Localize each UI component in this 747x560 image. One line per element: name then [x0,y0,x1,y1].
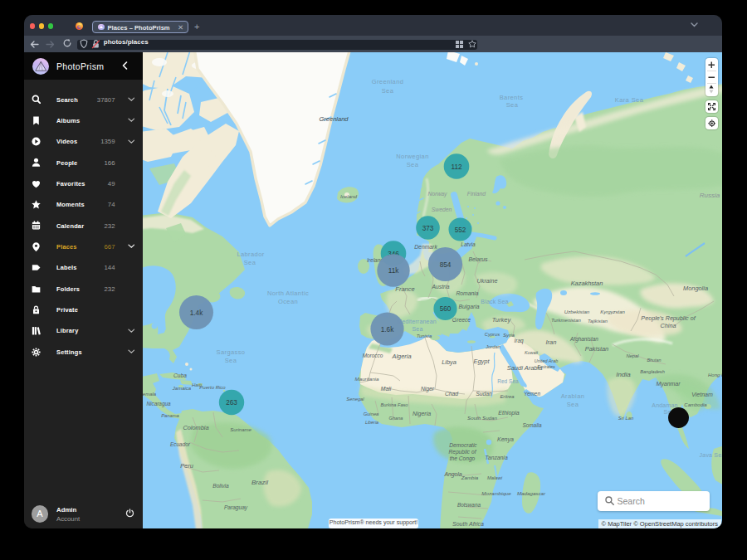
svg-text:Nigeria: Nigeria [413,411,431,417]
svg-text:Cambodia: Cambodia [684,402,707,407]
svg-text:Iraq: Iraq [514,338,523,344]
svg-text:Liberia: Liberia [365,420,378,425]
svg-text:Iceland: Iceland [340,193,358,199]
svg-text:Morocco: Morocco [363,353,383,358]
svg-text:Nicaragua: Nicaragua [146,401,171,407]
svg-text:Egypt: Egypt [474,358,491,365]
svg-text:Madagascar: Madagascar [517,490,546,496]
svg-text:Austria: Austria [431,284,449,290]
svg-text:Norwegian: Norwegian [396,153,428,160]
svg-text:Bolivia: Bolivia [212,483,229,489]
svg-text:Mali: Mali [381,386,392,392]
svg-text:552: 552 [455,226,466,234]
svg-text:Botswana: Botswana [457,502,481,508]
svg-text:Tajikistan: Tajikistan [588,319,608,324]
svg-text:France: France [395,285,414,293]
svg-text:Bangladesh: Bangladesh [640,369,665,374]
svg-text:112: 112 [451,163,461,171]
svg-text:Kara Sea: Kara Sea [615,96,644,104]
svg-text:Puerto Rico: Puerto Rico [199,385,226,390]
svg-text:Syria: Syria [503,332,515,338]
svg-text:Sea: Sea [412,326,422,332]
svg-text:Cyprus: Cyprus [485,332,500,337]
svg-text:Myanmar: Myanmar [656,381,681,387]
svg-text:Kazakhstan: Kazakhstan [571,280,603,287]
svg-text:11k: 11k [388,267,399,275]
svg-text:Sea: Sea [407,161,419,168]
svg-text:North Atlantic: North Atlantic [267,290,309,297]
svg-text:Greenland: Greenland [372,78,404,85]
svg-text:Sea: Sea [244,259,256,266]
svg-text:South Sudan: South Sudan [467,415,497,421]
svg-text:Ethiopia: Ethiopia [498,410,519,416]
svg-text:Latvia: Latvia [461,241,476,247]
svg-text:Tunisia: Tunisia [417,334,432,338]
svg-text:Greenland: Greenland [319,115,349,123]
svg-text:United Arab: United Arab [535,358,558,363]
svg-text:Sea: Sea [225,357,237,364]
svg-text:Zambia: Zambia [461,475,479,480]
svg-text:Brazil: Brazil [251,479,268,486]
svg-text:China: China [661,322,676,329]
svg-text:Ocean: Ocean [278,298,298,305]
svg-text:373: 373 [422,225,434,232]
svg-text:Sea: Sea [506,101,519,109]
svg-text:Belarus: Belarus [468,256,488,262]
svg-text:Bhutan: Bhutan [647,358,661,363]
svg-text:854: 854 [440,261,452,269]
svg-text:Sweden: Sweden [432,207,452,212]
svg-text:Pakistan: Pakistan [585,345,608,353]
svg-text:Mozambique: Mozambique [481,490,511,496]
svg-text:Libya: Libya [442,358,456,366]
svg-text:emala: emala [143,392,157,397]
svg-text:Jamaica: Jamaica [172,386,192,391]
svg-text:Turkey: Turkey [492,316,512,324]
svg-text:Peru: Peru [180,462,193,470]
svg-text:Andaman: Andaman [652,402,677,408]
svg-text:1.4k: 1.4k [190,309,203,317]
svg-text:Finland: Finland [467,191,486,197]
svg-text:People's Republic of: People's Republic of [641,314,696,322]
svg-text:Mauritania: Mauritania [355,376,379,382]
svg-text:Black Sea: Black Sea [481,299,508,304]
svg-text:Algeria: Algeria [391,353,411,360]
svg-text:Somalia: Somalia [522,422,542,428]
svg-text:Greece: Greece [452,317,471,323]
svg-text:Democratic: Democratic [449,442,477,448]
svg-text:Jordan: Jordan [485,344,500,349]
svg-text:Tanzania: Tanzania [485,455,508,460]
svg-text:Nepal: Nepal [626,353,639,358]
svg-text:Kyrgyzstan: Kyrgyzstan [600,309,625,314]
svg-text:Angola: Angola [443,471,461,478]
svg-text:Hong K: Hong K [708,373,722,377]
svg-text:Java Sea: Java Sea [700,452,722,458]
svg-text:Cuba: Cuba [173,373,187,378]
svg-text:Sri Lan: Sri Lan [618,416,633,421]
svg-text:Chad: Chad [445,391,458,397]
svg-text:Colombia: Colombia [183,424,208,431]
svg-text:Red Sea: Red Sea [497,378,519,384]
svg-text:Republic of: Republic of [449,449,477,455]
svg-text:560: 560 [440,305,452,313]
svg-text:the Congo: the Congo [450,455,476,462]
svg-text:Niger: Niger [421,386,435,392]
svg-text:Guinea: Guinea [364,411,379,416]
svg-text:Denmark: Denmark [414,244,437,250]
svg-text:India: India [616,371,631,378]
svg-text:Sea: Sea [567,401,579,408]
svg-text:Norway: Norway [427,191,447,197]
svg-text:Afghanistan: Afghanistan [569,336,598,343]
svg-text:Turkmenistan: Turkmenistan [551,318,582,323]
svg-text:Senegal: Senegal [346,397,364,402]
svg-text:1.6k: 1.6k [381,326,394,334]
svg-text:Labrador: Labrador [237,251,264,258]
svg-text:Eritrea: Eritrea [500,394,515,399]
svg-text:Mongolia: Mongolia [683,285,708,292]
svg-text:Malawi: Malawi [487,475,503,480]
svg-text:Sargasso: Sargasso [217,348,246,356]
svg-text:Ecuador: Ecuador [170,441,191,447]
svg-text:Ghana: Ghana [389,416,403,421]
svg-text:Vietnam: Vietnam [691,392,713,397]
svg-text:Panama: Panama [161,413,179,418]
svg-text:Bulgaria: Bulgaria [459,304,480,310]
